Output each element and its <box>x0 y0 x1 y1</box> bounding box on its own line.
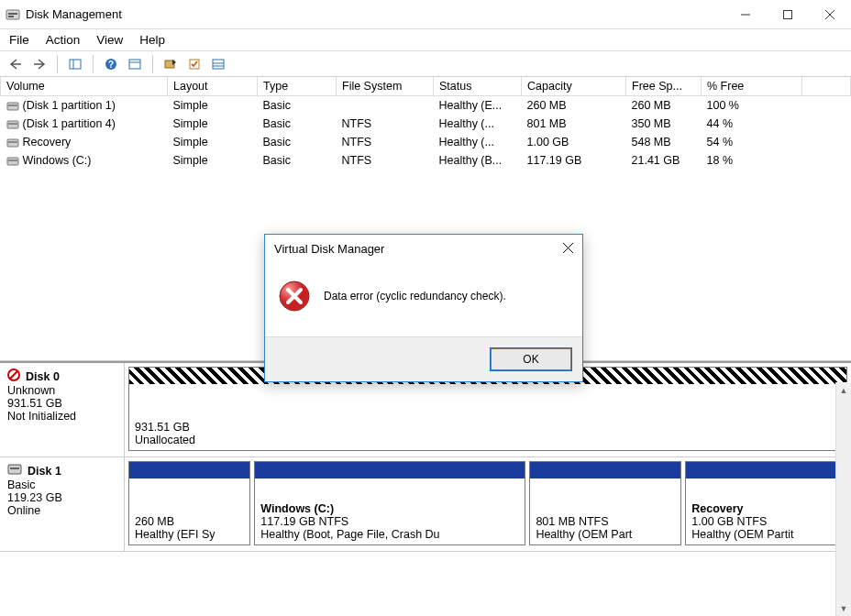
toolbar-separator <box>152 55 153 73</box>
cell-pct: 18 % <box>702 151 802 170</box>
col-pctfree[interactable]: % Free <box>702 77 802 96</box>
vertical-scrollbar[interactable]: ▲ ▼ <box>835 382 851 616</box>
menu-help[interactable]: Help <box>139 33 165 47</box>
cell-type: Basic <box>258 151 337 170</box>
svg-rect-25 <box>8 160 17 161</box>
table-row[interactable]: (Disk 1 partition 1)SimpleBasicHealthy (… <box>1 96 851 116</box>
cell-free: 21.41 GB <box>626 151 702 170</box>
cell-capacity: 801 MB <box>522 115 626 133</box>
cell-status: Healthy (... <box>434 115 522 133</box>
table-row[interactable]: (Disk 1 partition 4)SimpleBasicNTFSHealt… <box>1 115 851 133</box>
partition-label: Recovery <box>691 502 841 515</box>
col-capacity[interactable]: Capacity <box>522 77 626 96</box>
cell-layout: Simple <box>168 133 258 151</box>
partition-region[interactable]: 260 MBHealthy (EFI Sy <box>128 461 250 545</box>
scroll-down-button[interactable]: ▼ <box>836 600 851 616</box>
minimize-button[interactable] <box>724 0 767 29</box>
partition-size: 801 MB NTFS <box>536 515 675 528</box>
disk-header[interactable]: Disk 0Unknown931.51 GBNot Initialized <box>0 363 125 456</box>
partition-region[interactable]: Windows (C:)117.19 GB NTFSHealthy (Boot,… <box>254 461 525 545</box>
cell-type: Basic <box>258 96 337 116</box>
menu-action[interactable]: Action <box>46 33 81 47</box>
menu-bar: File Action View Help <box>0 29 851 51</box>
partition-size: 117.19 GB NTFS <box>260 515 519 528</box>
col-free[interactable]: Free Sp... <box>626 77 702 96</box>
help-button[interactable]: ? <box>101 54 121 74</box>
forward-button[interactable] <box>29 54 50 74</box>
disk-icon <box>7 463 22 478</box>
scroll-up-button[interactable]: ▲ <box>836 382 851 398</box>
back-button[interactable] <box>6 54 26 74</box>
partition-region[interactable]: 801 MB NTFSHealthy (OEM Part <box>529 461 681 545</box>
menu-view[interactable]: View <box>96 33 123 47</box>
cell-layout: Simple <box>168 115 258 133</box>
partition-top-bar <box>255 462 525 478</box>
cell-free: 260 MB <box>626 96 702 116</box>
partition-desc: Healthy (OEM Part <box>536 528 675 541</box>
col-layout[interactable]: Layout <box>168 77 258 96</box>
cell-volume: Windows (C:) <box>1 151 168 170</box>
cell-type: Basic <box>258 133 337 151</box>
cell-free: 548 MB <box>626 133 702 151</box>
volume-table[interactable]: Volume Layout Type File System Status Ca… <box>0 77 851 170</box>
dialog-title: Virtual Disk Manager <box>274 242 384 256</box>
cell-volume: (Disk 1 partition 1) <box>1 96 168 116</box>
window-title: Disk Management <box>26 7 724 21</box>
partition-size: 1.00 GB NTFS <box>691 515 841 528</box>
col-status[interactable]: Status <box>434 77 522 96</box>
partition-label: Windows (C:) <box>260 502 519 515</box>
svg-rect-1 <box>8 13 17 15</box>
error-dialog: Virtual Disk Manager Data error (cyclic … <box>264 234 583 382</box>
col-filesystem[interactable]: File System <box>337 77 434 96</box>
cell-layout: Simple <box>168 96 258 116</box>
svg-rect-15 <box>213 60 224 69</box>
window-titlebar: Disk Management <box>0 0 851 29</box>
settings-button[interactable] <box>184 54 204 74</box>
svg-rect-19 <box>8 104 17 106</box>
disk-status-line: Not Initialized <box>7 410 116 423</box>
list-view-button[interactable] <box>208 54 228 74</box>
disk-status-line: Unknown <box>7 384 116 397</box>
properties-button[interactable] <box>125 54 145 74</box>
partition-top-bar <box>129 462 249 478</box>
dialog-close-button[interactable] <box>563 242 573 256</box>
cell-fs <box>337 96 434 116</box>
toolbar: ? <box>0 51 851 77</box>
show-hide-tree-button[interactable] <box>65 54 85 74</box>
cell-volume: Recovery <box>1 133 168 151</box>
svg-text:?: ? <box>108 60 114 70</box>
partition-top-bar <box>686 462 846 478</box>
disk-header[interactable]: Disk 1Basic119.23 GBOnline <box>0 457 125 551</box>
close-button[interactable] <box>809 0 851 29</box>
cell-status: Healthy (B... <box>434 151 522 170</box>
disk-icon <box>7 368 20 384</box>
cell-type: Basic <box>258 115 337 133</box>
table-row[interactable]: RecoverySimpleBasicNTFSHealthy (...1.00 … <box>1 133 851 151</box>
partition-desc: Healthy (Boot, Page File, Crash Du <box>260 528 519 541</box>
table-row[interactable]: Windows (C:)SimpleBasicNTFSHealthy (B...… <box>1 151 851 170</box>
ok-button[interactable]: OK <box>491 348 571 370</box>
toolbar-separator <box>57 55 58 73</box>
scroll-track[interactable] <box>836 398 851 600</box>
svg-rect-21 <box>8 123 17 125</box>
disk-title: Disk 1 <box>28 465 61 478</box>
col-type[interactable]: Type <box>258 77 337 96</box>
menu-file[interactable]: File <box>9 33 29 47</box>
maximize-button[interactable] <box>767 0 809 29</box>
disk-status-line: Online <box>7 504 116 517</box>
partition-region[interactable]: Recovery1.00 GB NTFSHealthy (OEM Partit <box>685 461 847 545</box>
refresh-button[interactable] <box>160 54 181 74</box>
cell-free: 350 MB <box>626 115 702 133</box>
svg-rect-11 <box>129 60 140 69</box>
col-volume[interactable]: Volume <box>1 77 168 96</box>
svg-rect-29 <box>10 468 19 469</box>
dialog-message: Data error (cyclic redundancy check). <box>324 290 506 302</box>
disk-status-line: 931.51 GB <box>7 397 116 410</box>
cell-fs: NTFS <box>337 115 434 133</box>
toolbar-separator <box>93 55 94 73</box>
svg-rect-23 <box>8 141 17 143</box>
disk-map-pane: Disk 0Unknown931.51 GBNot Initialized931… <box>0 361 851 552</box>
disk-title: Disk 0 <box>26 370 60 383</box>
svg-rect-7 <box>70 60 81 69</box>
svg-rect-2 <box>8 16 14 17</box>
